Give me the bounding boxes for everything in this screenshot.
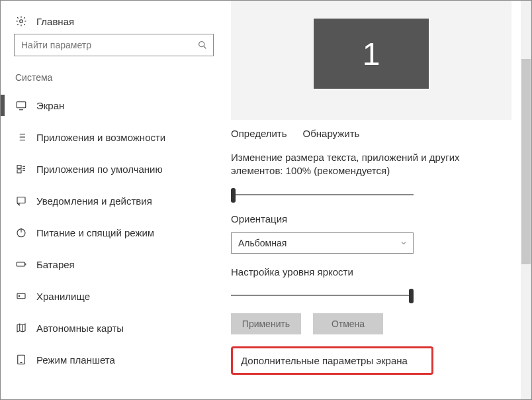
svg-rect-16 [17, 197, 25, 203]
vertical-scrollbar[interactable] [521, 1, 531, 399]
monitor-tile[interactable]: 1 [313, 18, 429, 89]
apply-button[interactable]: Применить [231, 313, 301, 334]
detect-link[interactable]: Обнаружить [303, 128, 360, 139]
sidebar-item-battery[interactable]: Батарея [3, 248, 224, 280]
sidebar-item-notifications[interactable]: Уведомления и действия [3, 185, 224, 217]
scale-label: Изменение размера текста, приложений и д… [231, 151, 511, 182]
cancel-button[interactable]: Отмена [313, 313, 383, 334]
sidebar-item-apps[interactable]: Приложения и возможности [3, 121, 224, 153]
sidebar-item-label: Приложения и возможности [36, 132, 165, 143]
chevron-down-icon [400, 239, 408, 247]
tablet-icon [15, 354, 27, 366]
orientation-select[interactable]: Альбомная [231, 232, 414, 254]
svg-point-1 [199, 42, 204, 47]
svg-rect-3 [17, 102, 26, 108]
sidebar-item-label: Хранилище [36, 291, 90, 302]
slider-track [231, 194, 414, 195]
slider-thumb[interactable] [409, 289, 414, 303]
svg-rect-11 [17, 166, 21, 169]
sidebar-item-tablet[interactable]: Режим планшета [3, 344, 224, 375]
search-input[interactable] [21, 40, 197, 50]
sidebar-item-label: Экран [36, 100, 64, 111]
sidebar-item-label: Режим планшета [36, 354, 115, 366]
brightness-label: Настройка уровня яркости [231, 266, 511, 283]
sidebar-item-maps[interactable]: Автономные карты [3, 312, 224, 344]
sidebar-item-label: Уведомления и действия [36, 195, 152, 207]
search-input-wrap[interactable] [14, 34, 214, 56]
svg-rect-12 [17, 170, 21, 174]
svg-point-0 [20, 20, 23, 23]
sidebar-item-power[interactable]: Питание и спящий режим [3, 217, 224, 248]
search-icon [197, 40, 208, 50]
sidebar-item-label: Питание и спящий режим [36, 227, 154, 238]
sidebar-item-label: Батарея [36, 259, 75, 270]
svg-rect-19 [17, 262, 24, 266]
monitor-icon [15, 99, 27, 111]
advanced-display-link[interactable]: Дополнительные параметры экрана [231, 346, 433, 375]
brightness-slider[interactable] [231, 288, 414, 304]
orientation-label: Ориентация [231, 213, 511, 230]
sidebar-item-default-apps[interactable]: Приложения по умолчанию [3, 153, 224, 185]
list-icon [15, 131, 27, 143]
sidebar: Главная Система Экран Приложения и возмо… [1, 1, 224, 399]
notifications-icon [15, 195, 27, 207]
sidebar-item-label: Приложения по умолчанию [36, 164, 163, 175]
display-preview-area: 1 [231, 1, 511, 120]
home-label: Главная [36, 16, 74, 27]
scale-slider[interactable] [231, 187, 414, 203]
sidebar-category: Система [3, 63, 224, 89]
home-link[interactable]: Главная [3, 9, 224, 34]
svg-line-2 [204, 46, 206, 49]
map-icon [15, 322, 27, 334]
advanced-display-label: Дополнительные параметры экрана [241, 355, 408, 366]
sidebar-item-storage[interactable]: Хранилище [3, 280, 224, 312]
gear-icon [15, 15, 27, 27]
main-content: 1 Определить Обнаружить Изменение размер… [224, 1, 531, 399]
sidebar-item-display[interactable]: Экран [3, 89, 224, 121]
battery-icon [15, 258, 27, 270]
slider-thumb[interactable] [231, 188, 236, 203]
sidebar-item-label: Автономные карты [36, 323, 124, 334]
default-apps-icon [15, 163, 27, 175]
power-icon [15, 226, 27, 238]
scrollbar-thumb[interactable] [521, 59, 531, 264]
orientation-value: Альбомная [238, 238, 287, 248]
slider-track [231, 295, 414, 296]
storage-icon [15, 290, 27, 302]
identify-link[interactable]: Определить [231, 128, 287, 139]
svg-point-22 [19, 295, 20, 297]
monitor-number: 1 [363, 36, 380, 72]
